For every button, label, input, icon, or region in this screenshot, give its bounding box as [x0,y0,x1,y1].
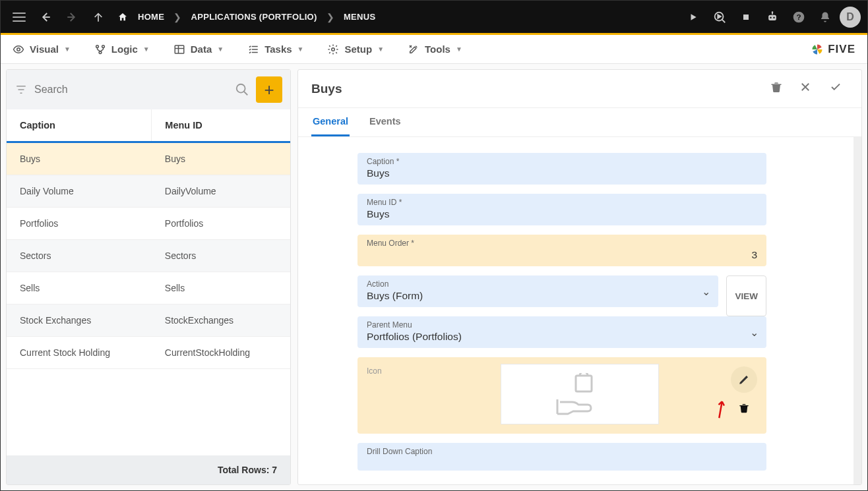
tab-general[interactable]: General [311,108,350,136]
debug-button[interactable] [708,5,731,29]
cell-caption: Buys [7,142,152,175]
tools-icon [408,43,419,55]
cell-menuid: Sells [152,272,290,304]
gear-icon [327,43,339,55]
table-row[interactable]: PortfoliosPortfolios [7,208,290,240]
field-icon-label: Icon [367,364,393,376]
menu-toggle-button[interactable] [7,5,31,29]
col-menuid[interactable]: Menu ID [152,109,290,142]
table-icon [173,43,185,55]
table-row[interactable]: Current Stock HoldingCurrentStockHolding [7,337,290,369]
close-button[interactable] [794,78,817,99]
stop-icon [742,13,750,21]
plus-icon: + [264,80,274,100]
svg-point-10 [96,45,98,47]
field-caption-label: Caption * [367,157,757,166]
trash-icon [770,80,782,94]
add-button[interactable]: + [256,76,282,103]
help-button[interactable]: ? [787,5,811,29]
filter-icon[interactable] [15,84,28,96]
menu-tools[interactable]: Tools▼ [408,43,462,55]
menu-data[interactable]: Data▼ [173,43,224,55]
breadcrumb-home[interactable]: HOME [138,12,164,22]
main-area: + Caption Menu ID BuysBuysDaily VolumeDa… [1,64,867,490]
svg-point-15 [237,84,245,93]
cell-menuid: Buys [152,142,290,175]
robot-icon [766,11,779,24]
search-icon[interactable] [235,82,249,97]
save-button[interactable] [823,78,848,99]
stop-button[interactable] [734,5,758,29]
breadcrumb-applications[interactable]: APPLICATIONS (PORTFOLIO) [191,12,317,22]
field-menuid[interactable]: Menu ID * Buys [357,194,766,225]
chevron-down-icon: ▼ [377,45,384,53]
arrow-right-icon [66,11,78,23]
shopping-hand-icon [553,373,606,415]
chevron-down-icon: ▼ [143,45,150,53]
tab-events[interactable]: Events [368,108,402,136]
svg-rect-2 [768,14,776,20]
close-icon [799,81,811,93]
arrow-left-icon [40,11,51,23]
run-button[interactable] [681,5,705,29]
field-caption[interactable]: Caption * Buys [357,153,766,185]
up-button[interactable] [86,5,110,29]
table-row[interactable]: Stock ExchangesStockExchanges [7,304,290,337]
cell-menuid: CurrentStockHolding [152,337,290,369]
field-action[interactable]: Action Buys (Form) ⌄ [357,275,718,307]
menu-visual[interactable]: Visual▼ [13,43,71,55]
search-input[interactable] [34,84,228,96]
forward-button[interactable] [60,5,84,29]
breadcrumb-menus[interactable]: MENUS [344,12,375,22]
list-panel: + Caption Menu ID BuysBuysDaily VolumeDa… [6,69,291,485]
bell-icon [819,11,831,23]
menu-setup[interactable]: Setup▼ [327,43,384,55]
list-footer: Total Rows: 7 [7,455,290,484]
home-icon [117,12,129,22]
notifications-button[interactable] [813,5,837,29]
menu-tools-label: Tools [425,43,450,55]
detail-panel: Buys General Events Caption * Buys [297,69,862,485]
hamburger-icon [13,13,26,22]
icon-preview [501,364,659,424]
view-button[interactable]: VIEW [726,275,766,316]
col-caption[interactable]: Caption [7,109,152,142]
svg-point-3 [770,16,772,18]
menu-tasks[interactable]: Tasks▼ [247,43,303,55]
table-row[interactable]: BuysBuys [7,142,290,175]
cell-menuid: StockExchanges [152,304,290,337]
scrollbar[interactable] [853,137,861,484]
table-row[interactable]: SectorsSectors [7,240,290,272]
field-menuid-value: Buys [367,208,757,220]
field-drilldown-caption[interactable]: Drill Down Caption [357,443,766,471]
svg-point-6 [772,11,774,13]
arrow-up-icon [93,12,104,22]
cell-caption: Portfolios [7,208,152,240]
chevron-down-icon: ▼ [64,45,71,53]
table-row[interactable]: Daily VolumeDailyVolume [7,175,290,208]
field-menu-order[interactable]: Menu Order * 3 [357,235,766,266]
cell-menuid: DailyVolume [152,175,290,208]
chat-button[interactable] [760,5,784,29]
field-drill-label: Drill Down Caption [367,447,757,456]
search-row: + [7,70,290,109]
cell-caption: Stock Exchanges [7,304,152,337]
table-row[interactable]: SellsSells [7,272,290,304]
svg-point-14 [332,47,335,51]
menu-bar: Visual▼ Logic▼ Data▼ Tasks▼ Setup▼ Tools… [1,35,867,64]
top-bar: HOME ❯ APPLICATIONS (PORTFOLIO) ❯ MENUS … [1,1,867,35]
svg-rect-13 [175,45,184,53]
icon-edit-button[interactable] [731,366,757,393]
chevron-down-icon: ▼ [297,45,304,53]
field-parent-value: Portfolios (Portfolios) [367,331,757,343]
cell-caption: Sells [7,272,152,304]
back-button[interactable] [34,5,57,29]
icon-delete-button[interactable] [739,402,749,417]
field-parent-menu[interactable]: Parent Menu Portfolios (Portfolios) ⌄ [357,316,766,348]
menu-visual-label: Visual [30,43,59,55]
menu-logic[interactable]: Logic▼ [94,43,150,55]
delete-button[interactable] [765,78,788,100]
field-order-label: Menu Order * [367,239,757,248]
form-scroll[interactable]: Caption * Buys Menu ID * Buys Menu Order… [298,137,853,484]
user-avatar[interactable]: D [840,7,861,28]
